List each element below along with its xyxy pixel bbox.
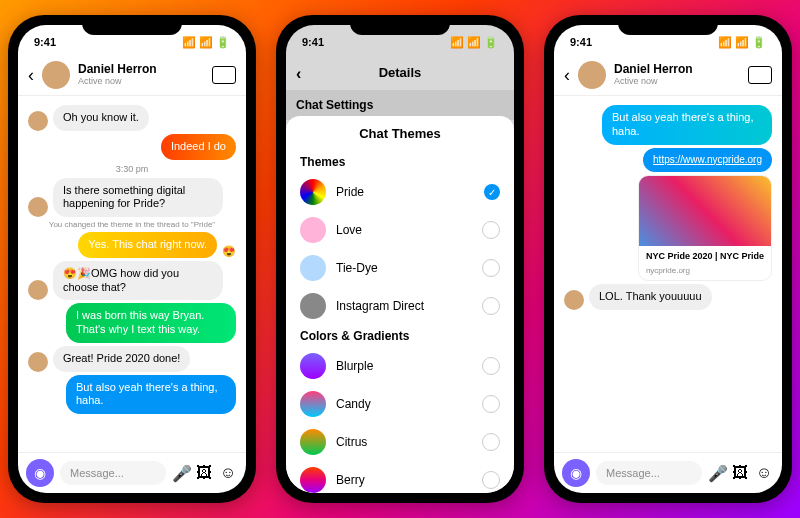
- contact-name: Daniel Herron: [78, 63, 204, 76]
- theme-row-love[interactable]: Love: [286, 211, 514, 249]
- link-preview-title: NYC Pride 2020 | NYC Pride: [639, 246, 771, 266]
- back-icon[interactable]: ‹: [28, 65, 34, 86]
- avatar: [28, 280, 48, 300]
- phone-chat-1: 9:41 📶 📶 🔋 ‹ Daniel Herron Active now Oh…: [8, 15, 256, 503]
- color-label: Citrus: [336, 435, 367, 449]
- message-input[interactable]: Message...: [596, 461, 702, 485]
- swatch-icon: [300, 391, 326, 417]
- colors-label: Colors & Gradients: [286, 325, 514, 347]
- pride-icon: [300, 179, 326, 205]
- mic-icon[interactable]: 🎤: [172, 464, 190, 482]
- avatar[interactable]: [578, 61, 606, 89]
- link-preview-domain: nycpride.org: [639, 266, 771, 280]
- message-in: 😍🎉OMG how did you choose that?: [53, 261, 223, 301]
- tiedye-icon: [300, 255, 326, 281]
- message-link[interactable]: https://www.nycpride.org: [643, 148, 772, 173]
- theme-label: Pride: [336, 185, 364, 199]
- avatar: [28, 352, 48, 372]
- video-call-icon[interactable]: [212, 66, 236, 84]
- composer: ◉ Message... 🎤 🖼 ☺: [18, 452, 246, 493]
- theme-row-tiedye[interactable]: Tie-Dye: [286, 249, 514, 287]
- sticker-icon[interactable]: ☺: [220, 464, 238, 482]
- radio-icon: [482, 395, 500, 413]
- status-time: 9:41: [570, 36, 592, 48]
- sticker-icon[interactable]: ☺: [756, 464, 774, 482]
- link-preview-card[interactable]: NYC Pride 2020 | NYC Pride nycpride.org: [638, 175, 772, 281]
- chat-header: ‹ Daniel Herron Active now: [554, 55, 782, 96]
- radio-icon: [482, 259, 500, 277]
- message-in: Is there something digital happening for…: [53, 178, 223, 218]
- avatar: [564, 290, 584, 310]
- radio-icon: [482, 433, 500, 451]
- color-label: Berry: [336, 473, 365, 487]
- gallery-icon[interactable]: 🖼: [196, 464, 214, 482]
- composer: ◉ Message... 🎤 🖼 ☺: [554, 452, 782, 493]
- sheet-title: Chat Themes: [286, 116, 514, 151]
- theme-label: Instagram Direct: [336, 299, 424, 313]
- color-label: Blurple: [336, 359, 373, 373]
- check-icon: ✓: [484, 184, 500, 200]
- color-row-blurple[interactable]: Blurple: [286, 347, 514, 385]
- video-call-icon[interactable]: [748, 66, 772, 84]
- notch: [82, 15, 182, 35]
- message-out: But also yeah there's a thing, haha.: [66, 375, 236, 415]
- camera-icon[interactable]: ◉: [26, 459, 54, 487]
- theme-row-pride[interactable]: Pride✓: [286, 173, 514, 211]
- chat-thread[interactable]: Oh you know it. Indeed I do 3:30 pm Is t…: [18, 96, 246, 452]
- swatch-icon: [300, 429, 326, 455]
- color-row-berry[interactable]: Berry: [286, 461, 514, 493]
- contact-status: Active now: [78, 77, 204, 87]
- color-row-citrus[interactable]: Citrus: [286, 423, 514, 461]
- avatar: [28, 197, 48, 217]
- radio-icon: [482, 471, 500, 489]
- radio-icon: [482, 221, 500, 239]
- swatch-icon: [300, 353, 326, 379]
- chat-header: ‹ Daniel Herron Active now: [18, 55, 246, 96]
- radio-icon: [482, 357, 500, 375]
- link-preview-image: [639, 176, 771, 246]
- contact-status: Active now: [614, 77, 740, 87]
- phone-details: 9:41 📶 📶 🔋 ‹ Details Chat Settings Chat …: [276, 15, 524, 503]
- message-out: I was born this way Bryan. That's why I …: [66, 303, 236, 343]
- themes-sheet: Chat Themes Themes Pride✓ Love Tie-Dye I…: [286, 116, 514, 493]
- details-title: Details: [379, 65, 422, 80]
- love-icon: [300, 217, 326, 243]
- avatar[interactable]: [42, 61, 70, 89]
- status-time: 9:41: [34, 36, 56, 48]
- status-icons: 📶 📶 🔋: [718, 36, 766, 49]
- gallery-icon[interactable]: 🖼: [732, 464, 750, 482]
- back-icon[interactable]: ‹: [564, 65, 570, 86]
- mic-icon[interactable]: 🎤: [708, 464, 726, 482]
- back-icon[interactable]: ‹: [296, 65, 301, 83]
- theme-label: Tie-Dye: [336, 261, 378, 275]
- swatch-icon: [300, 467, 326, 493]
- chat-thread[interactable]: But also yeah there's a thing, haha. htt…: [554, 96, 782, 452]
- radio-icon: [482, 297, 500, 315]
- message-out: But also yeah there's a thing, haha.: [602, 105, 772, 145]
- system-message: You changed the theme in the thread to "…: [28, 220, 236, 229]
- reaction-icon[interactable]: 😍: [222, 245, 236, 258]
- details-header: ‹ Details: [286, 55, 514, 90]
- message-in: Great! Pride 2020 done!: [53, 346, 190, 372]
- message-out: Indeed I do: [161, 134, 236, 160]
- status-icons: 📶 📶 🔋: [450, 36, 498, 49]
- status-icons: 📶 📶 🔋: [182, 36, 230, 49]
- color-label: Candy: [336, 397, 371, 411]
- phone-chat-2: 9:41 📶 📶 🔋 ‹ Daniel Herron Active now Bu…: [544, 15, 792, 503]
- themes-label: Themes: [286, 151, 514, 173]
- status-time: 9:41: [302, 36, 324, 48]
- theme-label: Love: [336, 223, 362, 237]
- notch: [618, 15, 718, 35]
- message-out: Yes. This chat right now.: [78, 232, 217, 258]
- notch: [350, 15, 450, 35]
- camera-icon[interactable]: ◉: [562, 459, 590, 487]
- igdirect-icon: [300, 293, 326, 319]
- contact-name: Daniel Herron: [614, 63, 740, 76]
- avatar: [28, 111, 48, 131]
- message-in: Oh you know it.: [53, 105, 149, 131]
- message-input[interactable]: Message...: [60, 461, 166, 485]
- message-in: LOL. Thank youuuuu: [589, 284, 712, 310]
- theme-row-igdirect[interactable]: Instagram Direct: [286, 287, 514, 325]
- timestamp: 3:30 pm: [28, 164, 236, 174]
- color-row-candy[interactable]: Candy: [286, 385, 514, 423]
